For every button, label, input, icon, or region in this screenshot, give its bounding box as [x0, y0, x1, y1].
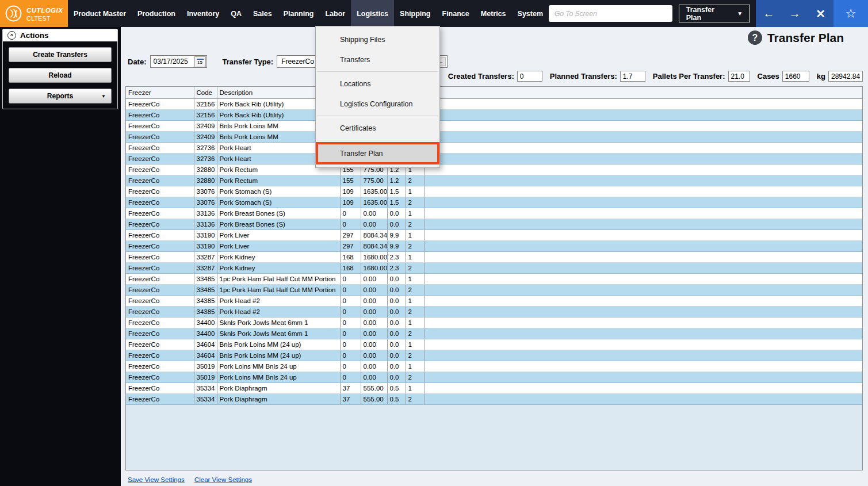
cell: 1	[406, 186, 424, 197]
table-row[interactable]: FreezerCo32156Pork Back Rib (Utility)	[126, 98, 862, 109]
action-button-reload[interactable]: Reload	[9, 68, 112, 83]
cell: 775.00	[361, 175, 387, 186]
nav-item-product-master[interactable]: Product Master	[68, 0, 132, 27]
table-row[interactable]: FreezerCo334851pc Pork Ham Flat Half Cut…	[126, 273, 862, 284]
table-row[interactable]: FreezerCo32156Pork Back Rib (Utility)	[126, 109, 862, 120]
stat-input-kg[interactable]	[828, 71, 863, 82]
cell: 0	[340, 306, 361, 317]
cell: FreezerCo	[126, 229, 194, 240]
table-row[interactable]: FreezerCo34385Pork Head #200.000.01	[126, 295, 862, 306]
table-row[interactable]: FreezerCo33136Pork Breast Bones (S)00.00…	[126, 208, 862, 219]
menu-item-transfer-plan[interactable]: Transfer Plan	[316, 142, 439, 164]
table-row[interactable]: FreezerCo32409Bnls Pork Loins MM	[126, 131, 862, 142]
column-header-code[interactable]: Code	[194, 87, 217, 98]
table-row[interactable]: FreezerCo35019Pork Loins MM Bnls 24 up00…	[126, 361, 862, 372]
nav-item-finance[interactable]: Finance	[437, 0, 475, 27]
cell-filler	[424, 98, 862, 109]
action-button-reports[interactable]: Reports▼	[9, 89, 112, 104]
table-row[interactable]: FreezerCo32880Pork Rectum155775.001.21	[126, 164, 862, 175]
menu-item-locations[interactable]: Locations	[316, 74, 439, 94]
link-clear-view-settings[interactable]: Clear View Settings	[194, 476, 252, 483]
nav-item-planning[interactable]: Planning	[278, 0, 320, 27]
action-button-create-transfers[interactable]: Create Transfers	[9, 47, 112, 62]
calendar-icon[interactable]: 15	[194, 56, 206, 67]
stat-input-created-transfers[interactable]	[517, 71, 542, 82]
nav-item-sales[interactable]: Sales	[247, 0, 278, 27]
help-icon[interactable]: ?	[748, 30, 762, 45]
table-row[interactable]: FreezerCo34385Pork Head #200.000.02	[126, 306, 862, 317]
table-row[interactable]: FreezerCo33287Pork Kidney1681680.002.32	[126, 262, 862, 273]
cell: 33136	[194, 219, 217, 229]
stat-input-planned-transfers[interactable]	[620, 71, 645, 82]
stat-pallets-per-transfer: Pallets Per Transfer:	[653, 71, 750, 82]
menu-item-logistics-configuration[interactable]: Logistics Configuration	[316, 94, 439, 114]
table-row[interactable]: FreezerCo33136Pork Breast Bones (S)00.00…	[126, 219, 862, 229]
cell-filler	[424, 186, 862, 197]
table-row[interactable]: FreezerCo33076Pork Stomach (S)1091635.00…	[126, 186, 862, 197]
date-input-group: 15	[150, 55, 207, 68]
stat-input-pallets-per-transfer[interactable]	[728, 71, 750, 82]
table-row[interactable]: FreezerCo33287Pork Kidney1681680.002.31	[126, 251, 862, 262]
table-row[interactable]: FreezerCo32736Pork Heart	[126, 153, 862, 164]
cell: 2	[406, 306, 424, 317]
nav-item-shipping[interactable]: Shipping	[394, 0, 436, 27]
cell: 33190	[194, 240, 217, 251]
forward-arrow-button[interactable]: →	[782, 0, 808, 27]
go-to-screen-input[interactable]	[549, 5, 672, 22]
screen-selector-dropdown[interactable]: Transfer Plan ▼	[679, 5, 750, 22]
cell: 2	[406, 284, 424, 295]
cell: Bnls Pork Loins MM (24 up)	[217, 339, 340, 350]
cell: FreezerCo	[126, 339, 194, 350]
cell: 1	[406, 339, 424, 350]
table-row[interactable]: FreezerCo33076Pork Stomach (S)1091635.00…	[126, 197, 862, 208]
cell: 34400	[194, 328, 217, 339]
cell: 168	[340, 251, 361, 262]
stat-input-cases[interactable]	[782, 71, 809, 82]
cell: 2	[406, 350, 424, 361]
nav-item-qa[interactable]: QA	[225, 0, 247, 27]
cell: 0.00	[361, 350, 387, 361]
table-row[interactable]: FreezerCo33190Pork Liver2978084.349.91	[126, 229, 862, 240]
back-arrow-button[interactable]: ←	[756, 0, 782, 27]
footer-links: Save View SettingsClear View Settings	[128, 476, 252, 483]
close-button[interactable]: ✕	[808, 0, 833, 27]
cell-filler	[424, 361, 862, 372]
actions-panel-header[interactable]: ^ Actions	[3, 29, 117, 41]
main-content: ? Transfer Plan Date: 15 Transfer Type: …	[121, 27, 868, 486]
nav-item-inventory[interactable]: Inventory	[181, 0, 225, 27]
date-input[interactable]	[151, 56, 194, 67]
cutlogix-logo-icon	[5, 5, 22, 22]
table-row[interactable]: FreezerCo35334Pork Diaphragm37555.000.52	[126, 393, 862, 404]
nav-item-system[interactable]: System	[512, 0, 549, 27]
table-row[interactable]: FreezerCo34400Sknls Pork Jowls Meat 6mm …	[126, 317, 862, 328]
column-header-blank-7[interactable]	[424, 87, 862, 98]
column-header-freezer[interactable]: Freezer	[126, 87, 194, 98]
cell-filler	[424, 240, 862, 251]
table-row[interactable]: FreezerCo32736Pork Heart	[126, 142, 862, 153]
nav-item-logistics[interactable]: Logistics	[351, 0, 394, 27]
table-row[interactable]: FreezerCo33190Pork Liver2978084.349.92	[126, 240, 862, 251]
cell: 0	[340, 372, 361, 382]
table-row[interactable]: FreezerCo35334Pork Diaphragm37555.000.51	[126, 382, 862, 393]
nav-item-labor[interactable]: Labor	[319, 0, 351, 27]
cell-filler	[424, 153, 862, 164]
table-row[interactable]: FreezerCo334851pc Pork Ham Flat Half Cut…	[126, 284, 862, 295]
table-row[interactable]: FreezerCo34604Bnls Pork Loins MM (24 up)…	[126, 339, 862, 350]
table-row[interactable]: FreezerCo35019Pork Loins MM Bnls 24 up00…	[126, 372, 862, 382]
link-save-view-settings[interactable]: Save View Settings	[128, 476, 185, 483]
favorite-star-button[interactable]: ☆	[833, 0, 868, 27]
table-row[interactable]: FreezerCo32409Bnls Pork Loins MM	[126, 120, 862, 131]
nav-item-production[interactable]: Production	[132, 0, 181, 27]
table-row[interactable]: FreezerCo32880Pork Rectum155775.001.22	[126, 175, 862, 186]
cell: FreezerCo	[126, 295, 194, 306]
menu-item-transfers[interactable]: Transfers	[316, 49, 439, 70]
menu-item-shipping-files[interactable]: Shipping Files	[316, 29, 439, 49]
nav-item-metrics[interactable]: Metrics	[475, 0, 512, 27]
cell: 35019	[194, 372, 217, 382]
table-row[interactable]: FreezerCo34400Sknls Pork Jowls Meat 6mm …	[126, 328, 862, 339]
table-row[interactable]: FreezerCo34604Bnls Pork Loins MM (24 up)…	[126, 350, 862, 361]
brand-name: CUTLOGIX	[26, 7, 63, 14]
menu-item-certificates[interactable]: Certificates	[316, 118, 439, 138]
cell: 0.0	[387, 361, 406, 372]
cell: 33287	[194, 262, 217, 273]
